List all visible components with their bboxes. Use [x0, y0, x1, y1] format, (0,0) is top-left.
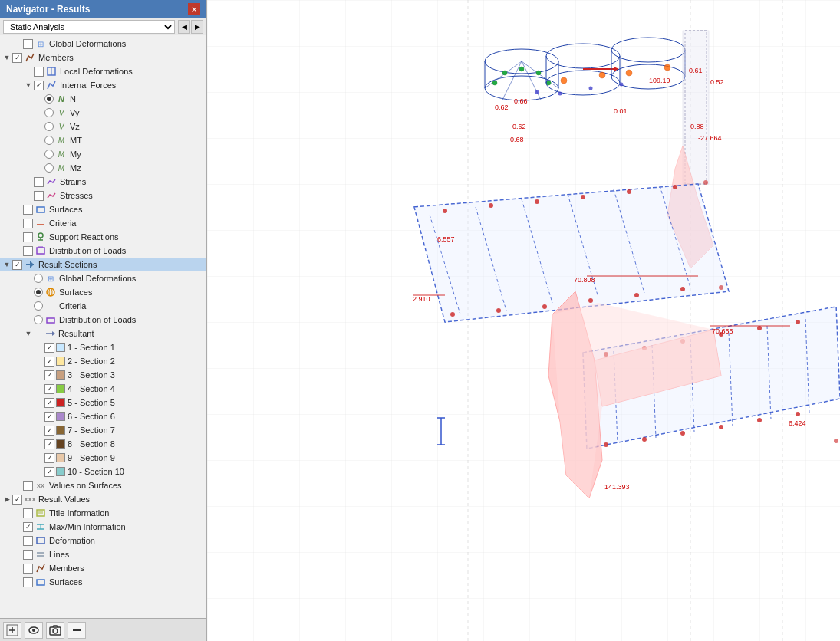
radio-Vy[interactable] [44, 108, 54, 117]
checkbox-deformation[interactable] [23, 536, 33, 546]
prev-arrow[interactable]: ◀ [178, 20, 190, 34]
tree-item-internal-forces[interactable]: ▼ Internal Forces [0, 78, 206, 92]
tree-item-sec2[interactable]: 2 - Section 2 [0, 354, 206, 368]
add-button[interactable] [3, 622, 21, 639]
close-button[interactable]: ✕ [188, 3, 200, 15]
label-rs-surfaces: Surfaces [59, 288, 92, 297]
tree-item-stresses[interactable]: Stresses [0, 189, 206, 202]
tree-item-Vz[interactable]: V Vz [0, 120, 206, 133]
tree-item-rs-criteria[interactable]: — Criteria [0, 299, 206, 313]
checkbox-dist[interactable] [23, 246, 33, 256]
tree-item-support[interactable]: Support Reactions [0, 230, 206, 244]
tree-item-sec8[interactable]: 8 - Section 8 [0, 437, 206, 451]
checkbox-members2[interactable] [23, 564, 33, 574]
checkbox-members[interactable] [12, 53, 22, 63]
tree-item-rs-surfaces[interactable]: Surfaces [0, 285, 206, 299]
checkbox-result-values[interactable] [12, 495, 22, 505]
tree-item-sec7[interactable]: 7 - Section 7 [0, 423, 206, 437]
surfaces2-icon [35, 576, 47, 588]
tree-item-members[interactable]: ▼ Members [0, 51, 206, 64]
checkbox-sec8[interactable] [44, 439, 54, 449]
label-maxmin: Max/Min Information [49, 522, 126, 531]
radio-Mz[interactable] [44, 163, 54, 173]
minus-button[interactable] [68, 622, 86, 639]
tree-item-rs-global-def[interactable]: ⊞ Global Deformations [0, 271, 206, 285]
tree-item-maxmin[interactable]: Max/Min Information [0, 520, 206, 534]
checkbox-sec10[interactable] [44, 467, 54, 477]
checkbox-maxmin[interactable] [23, 522, 33, 532]
tree-item-global-def[interactable]: ⊞ Global Deformations [0, 37, 206, 51]
tree-item-sec3[interactable]: 3 - Section 3 [0, 368, 206, 382]
checkbox-support[interactable] [23, 232, 33, 242]
radio-Vz[interactable] [44, 122, 54, 131]
My-icon: M [55, 148, 68, 160]
checkbox-sec1[interactable] [44, 343, 54, 353]
tree-item-sec4[interactable]: 4 - Section 4 [0, 382, 206, 396]
tree-item-Vy[interactable]: V Vy [0, 106, 206, 120]
tree-item-sec10[interactable]: 10 - Section 10 [0, 465, 206, 478]
next-arrow[interactable]: ▶ [191, 20, 203, 34]
camera-button[interactable] [46, 622, 64, 639]
navigator-title: Navigator - Results [6, 4, 90, 15]
checkbox-sec5[interactable] [44, 398, 54, 408]
tree-item-surfaces2[interactable]: Surfaces [0, 575, 206, 589]
eye-button[interactable] [25, 622, 43, 639]
tree-item-surfaces[interactable]: Surfaces [0, 202, 206, 216]
tree-item-sec6[interactable]: 6 - Section 6 [0, 409, 206, 423]
radio-rs-dist[interactable] [34, 315, 43, 324]
radio-rs-global[interactable] [34, 274, 43, 283]
tree-item-criteria[interactable]: — Criteria [0, 216, 206, 230]
checkbox-sec9[interactable] [44, 453, 54, 463]
checkbox-if[interactable] [34, 81, 44, 90]
checkbox-surfaces[interactable] [23, 205, 33, 215]
tree-item-title[interactable]: Title Information [0, 506, 206, 520]
checkbox-sec2[interactable] [44, 357, 54, 367]
radio-My[interactable] [44, 150, 54, 159]
checkbox-sec4[interactable] [44, 384, 54, 394]
checkbox-local-def[interactable] [34, 67, 44, 77]
tree-item-sec9[interactable]: 9 - Section 9 [0, 451, 206, 465]
analysis-select[interactable]: Static Analysis [3, 20, 175, 34]
tree-item-members2[interactable]: Members [0, 561, 206, 575]
radio-rs-criteria[interactable] [34, 301, 43, 311]
radio-N[interactable] [44, 94, 54, 104]
checkbox-global-def[interactable] [23, 39, 33, 49]
checkbox-values-surfaces[interactable] [23, 481, 33, 491]
radio-MT[interactable] [44, 136, 54, 145]
svg-text:0.88: 0.88 [690, 123, 704, 130]
svg-text:-27.664: -27.664 [698, 134, 722, 142]
tree-item-MT[interactable]: M MT [0, 133, 206, 147]
checkbox-surfaces2[interactable] [23, 577, 33, 587]
checkbox-stresses[interactable] [34, 191, 44, 201]
tree-item-sec1[interactable]: 1 - Section 1 [0, 340, 206, 354]
checkbox-result-sections[interactable] [12, 260, 22, 270]
svg-point-33 [53, 629, 58, 633]
checkbox-sec7[interactable] [44, 426, 54, 436]
tree-item-result-values[interactable]: ▶ xxx Result Values [0, 492, 206, 506]
tree-item-sec5[interactable]: 5 - Section 5 [0, 396, 206, 409]
tree-item-strains[interactable]: Strains [0, 175, 206, 189]
rs-dist-icon [44, 314, 57, 326]
tree-item-resultant[interactable]: ▼ Resultant [0, 327, 206, 340]
tree-item-N[interactable]: N N [0, 92, 206, 106]
tree-item-dist[interactable]: Distribution of Loads [0, 244, 206, 258]
checkbox-sec3[interactable] [44, 370, 54, 380]
tree-item-rs-dist[interactable]: Distribution of Loads [0, 313, 206, 327]
svg-point-66 [599, 72, 605, 78]
def-icon [35, 534, 47, 547]
checkbox-title[interactable] [23, 508, 33, 518]
tree-item-deformation[interactable]: Deformation [0, 534, 206, 547]
radio-rs-surfaces[interactable] [34, 288, 43, 297]
tree-item-lines[interactable]: Lines [0, 547, 206, 561]
tree-item-values-surfaces[interactable]: xx Values on Surfaces [0, 478, 206, 492]
checkbox-sec6[interactable] [44, 412, 54, 422]
tree-item-result-sections[interactable]: ▼ Result Sections [0, 258, 206, 271]
checkbox-lines[interactable] [23, 550, 33, 560]
checkbox-criteria[interactable] [23, 219, 33, 228]
checkbox-strains[interactable] [34, 177, 44, 187]
tree-item-Mz[interactable]: M Mz [0, 161, 206, 175]
svg-point-107 [680, 431, 685, 436]
tree-item-local-def[interactable]: Local Deformations [0, 64, 206, 78]
tree-item-My[interactable]: M My [0, 147, 206, 161]
svg-point-110 [796, 412, 800, 416]
